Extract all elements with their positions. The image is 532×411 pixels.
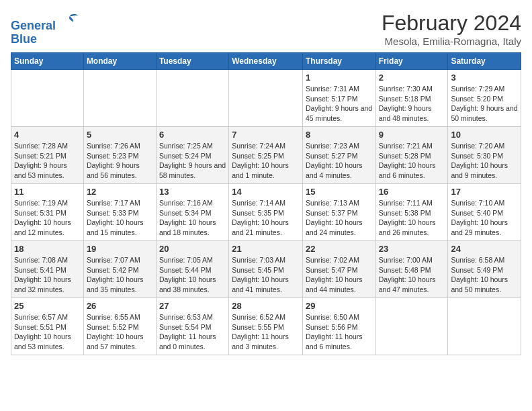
- day-info: Sunrise: 6:50 AMSunset: 5:56 PMDaylight:…: [306, 312, 373, 352]
- calendar-cell: 13 Sunrise: 7:16 AMSunset: 5:34 PMDaylig…: [156, 184, 228, 241]
- calendar-cell: 15 Sunrise: 7:13 AMSunset: 5:37 PMDaylig…: [302, 184, 375, 241]
- day-info: Sunrise: 7:13 AMSunset: 5:37 PMDaylight:…: [306, 198, 373, 238]
- calendar-cell: 1 Sunrise: 7:31 AMSunset: 5:17 PMDayligh…: [302, 70, 375, 127]
- calendar-cell: 29 Sunrise: 6:50 AMSunset: 5:56 PMDaylig…: [302, 298, 375, 355]
- weekday-header-row: SundayMondayTuesdayWednesdayThursdayFrid…: [11, 53, 521, 70]
- calendar-cell: 21 Sunrise: 7:03 AMSunset: 5:45 PMDaylig…: [229, 241, 303, 298]
- calendar-cell: 5 Sunrise: 7:26 AMSunset: 5:23 PMDayligh…: [83, 127, 156, 184]
- calendar-week-row: 18 Sunrise: 7:08 AMSunset: 5:41 PMDaylig…: [11, 241, 521, 298]
- calendar-cell: 17 Sunrise: 7:10 AMSunset: 5:40 PMDaylig…: [448, 184, 521, 241]
- day-info: Sunrise: 7:26 AMSunset: 5:23 PMDaylight:…: [87, 141, 153, 181]
- day-number: 3: [451, 73, 518, 83]
- day-info: Sunrise: 7:24 AMSunset: 5:25 PMDaylight:…: [232, 141, 300, 181]
- day-number: 14: [232, 187, 300, 197]
- day-number: 1: [306, 73, 373, 83]
- day-number: 9: [379, 130, 445, 140]
- calendar-cell: 22 Sunrise: 7:02 AMSunset: 5:47 PMDaylig…: [302, 241, 375, 298]
- calendar-cell: [375, 298, 448, 355]
- day-number: 7: [232, 130, 300, 140]
- calendar-week-row: 1 Sunrise: 7:31 AMSunset: 5:17 PMDayligh…: [11, 70, 521, 127]
- calendar-cell: 3 Sunrise: 7:29 AMSunset: 5:20 PMDayligh…: [448, 70, 521, 127]
- day-info: Sunrise: 7:17 AMSunset: 5:33 PMDaylight:…: [87, 198, 153, 238]
- day-number: 18: [14, 244, 81, 254]
- day-number: 15: [306, 187, 373, 197]
- weekday-header: Monday: [83, 53, 156, 70]
- day-info: Sunrise: 7:23 AMSunset: 5:27 PMDaylight:…: [306, 141, 373, 181]
- day-info: Sunrise: 7:14 AMSunset: 5:35 PMDaylight:…: [232, 198, 300, 238]
- day-number: 27: [159, 301, 226, 311]
- day-number: 11: [14, 187, 81, 197]
- calendar-cell: [11, 70, 84, 127]
- day-number: 13: [159, 187, 226, 197]
- day-info: Sunrise: 7:10 AMSunset: 5:40 PMDaylight:…: [451, 198, 518, 238]
- weekday-header: Wednesday: [229, 53, 303, 70]
- day-number: 17: [451, 187, 518, 197]
- calendar-table: SundayMondayTuesdayWednesdayThursdayFrid…: [11, 52, 521, 355]
- day-number: 16: [379, 187, 445, 197]
- day-info: Sunrise: 7:30 AMSunset: 5:18 PMDaylight:…: [379, 84, 445, 124]
- day-number: 4: [14, 130, 81, 140]
- weekday-header: Tuesday: [156, 53, 228, 70]
- day-info: Sunrise: 7:07 AMSunset: 5:42 PMDaylight:…: [87, 255, 153, 295]
- day-number: 10: [451, 130, 518, 140]
- day-info: Sunrise: 7:28 AMSunset: 5:21 PMDaylight:…: [14, 141, 81, 181]
- day-info: Sunrise: 7:20 AMSunset: 5:30 PMDaylight:…: [451, 141, 518, 181]
- calendar-cell: 16 Sunrise: 7:11 AMSunset: 5:38 PMDaylig…: [375, 184, 448, 241]
- day-number: 5: [87, 130, 153, 140]
- calendar-cell: 11 Sunrise: 7:19 AMSunset: 5:31 PMDaylig…: [11, 184, 84, 241]
- day-info: Sunrise: 6:53 AMSunset: 5:54 PMDaylight:…: [159, 312, 226, 352]
- day-number: 21: [232, 244, 300, 254]
- title-block: February 2024 Mesola, Emilia-Romagna, It…: [382, 11, 521, 47]
- calendar-week-row: 11 Sunrise: 7:19 AMSunset: 5:31 PMDaylig…: [11, 184, 521, 241]
- logo-bird-icon: [60, 11, 79, 30]
- day-info: Sunrise: 6:57 AMSunset: 5:51 PMDaylight:…: [14, 312, 81, 352]
- day-number: 29: [306, 301, 373, 311]
- day-info: Sunrise: 7:00 AMSunset: 5:48 PMDaylight:…: [379, 255, 445, 295]
- main-title: February 2024: [382, 11, 521, 36]
- calendar-week-row: 25 Sunrise: 6:57 AMSunset: 5:51 PMDaylig…: [11, 298, 521, 355]
- day-info: Sunrise: 7:05 AMSunset: 5:44 PMDaylight:…: [159, 255, 226, 295]
- calendar-cell: 23 Sunrise: 7:00 AMSunset: 5:48 PMDaylig…: [375, 241, 448, 298]
- day-number: 20: [159, 244, 226, 254]
- calendar-cell: [83, 70, 156, 127]
- calendar-cell: 2 Sunrise: 7:30 AMSunset: 5:18 PMDayligh…: [375, 70, 448, 127]
- day-info: Sunrise: 6:58 AMSunset: 5:49 PMDaylight:…: [451, 255, 518, 295]
- logo-blue: Blue: [11, 33, 79, 46]
- calendar-cell: 6 Sunrise: 7:25 AMSunset: 5:24 PMDayligh…: [156, 127, 228, 184]
- weekday-header: Saturday: [448, 53, 521, 70]
- day-number: 24: [451, 244, 518, 254]
- day-number: 8: [306, 130, 373, 140]
- day-info: Sunrise: 7:03 AMSunset: 5:45 PMDaylight:…: [232, 255, 300, 295]
- calendar-cell: 4 Sunrise: 7:28 AMSunset: 5:21 PMDayligh…: [11, 127, 84, 184]
- calendar-week-row: 4 Sunrise: 7:28 AMSunset: 5:21 PMDayligh…: [11, 127, 521, 184]
- day-number: 2: [379, 73, 445, 83]
- calendar-cell: 7 Sunrise: 7:24 AMSunset: 5:25 PMDayligh…: [229, 127, 303, 184]
- calendar-cell: 24 Sunrise: 6:58 AMSunset: 5:49 PMDaylig…: [448, 241, 521, 298]
- day-info: Sunrise: 6:55 AMSunset: 5:52 PMDaylight:…: [87, 312, 153, 352]
- weekday-header: Thursday: [302, 53, 375, 70]
- header: General Blue February 2024 Mesola, Emili…: [11, 11, 521, 47]
- calendar-cell: 8 Sunrise: 7:23 AMSunset: 5:27 PMDayligh…: [302, 127, 375, 184]
- day-info: Sunrise: 7:21 AMSunset: 5:28 PMDaylight:…: [379, 141, 445, 181]
- calendar-cell: 9 Sunrise: 7:21 AMSunset: 5:28 PMDayligh…: [375, 127, 448, 184]
- day-info: Sunrise: 7:19 AMSunset: 5:31 PMDaylight:…: [14, 198, 81, 238]
- day-number: 12: [87, 187, 153, 197]
- calendar-cell: 27 Sunrise: 6:53 AMSunset: 5:54 PMDaylig…: [156, 298, 228, 355]
- day-info: Sunrise: 7:29 AMSunset: 5:20 PMDaylight:…: [451, 84, 518, 124]
- subtitle: Mesola, Emilia-Romagna, Italy: [382, 36, 521, 47]
- day-info: Sunrise: 7:16 AMSunset: 5:34 PMDaylight:…: [159, 198, 226, 238]
- calendar-cell: [156, 70, 228, 127]
- day-info: Sunrise: 7:25 AMSunset: 5:24 PMDaylight:…: [159, 141, 226, 181]
- day-number: 28: [232, 301, 300, 311]
- weekday-header: Friday: [375, 53, 448, 70]
- day-info: Sunrise: 6:52 AMSunset: 5:55 PMDaylight:…: [232, 312, 300, 352]
- logo: General Blue: [11, 11, 79, 46]
- day-info: Sunrise: 7:02 AMSunset: 5:47 PMDaylight:…: [306, 255, 373, 295]
- day-number: 25: [14, 301, 81, 311]
- logo-text: General: [11, 11, 79, 33]
- calendar-cell: 20 Sunrise: 7:05 AMSunset: 5:44 PMDaylig…: [156, 241, 228, 298]
- calendar-cell: 18 Sunrise: 7:08 AMSunset: 5:41 PMDaylig…: [11, 241, 84, 298]
- calendar-cell: [229, 70, 303, 127]
- calendar-cell: 26 Sunrise: 6:55 AMSunset: 5:52 PMDaylig…: [83, 298, 156, 355]
- calendar-cell: 12 Sunrise: 7:17 AMSunset: 5:33 PMDaylig…: [83, 184, 156, 241]
